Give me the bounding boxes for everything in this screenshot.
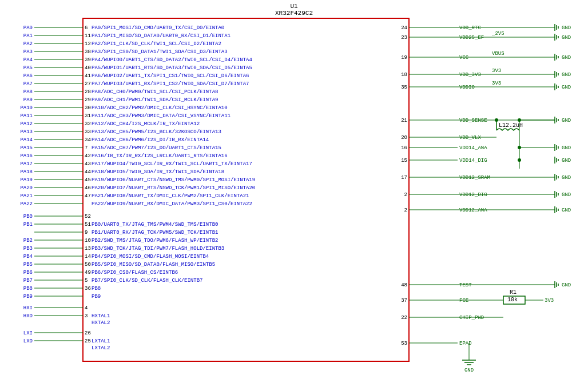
pin-pb3-label: PB3/SWD_TCK/JTAG_TDI/PWM7/FLASH_HOLD/EIN… — [92, 246, 224, 252]
pin-pa10-label: PA10/ADC_CH2/PWM2/DMIC_CLK/CSI_HSYNC/EIN… — [92, 105, 228, 111]
pin-pb0-num: 52 — [85, 214, 91, 220]
pin-lxo-name: LXO — [23, 338, 33, 344]
pin-hxo-name: HXO — [23, 313, 33, 319]
pin-pa16-label: PA16/IR_TX/IR_RX/I2S_LRCLK/UART1_RTS/EIN… — [92, 153, 228, 159]
pin-pa0-name: PA0 — [23, 25, 33, 31]
pin-lxi-name: LXI — [23, 330, 33, 336]
pin-pb4-num: 14 — [85, 254, 91, 260]
pin-chippwd-num: 22 — [401, 315, 407, 321]
pin-pb7-num: 5 — [85, 278, 88, 284]
gnd-vdd12dig: GND — [562, 192, 571, 198]
inductor-l1-body — [496, 129, 519, 130]
pin-pb9-label: PB9 — [92, 294, 101, 300]
pin-pa7-label: PA7/WUPIO3/UART1_RX/SPI1_CS2/TWI0_SDA/CS… — [92, 81, 249, 87]
net-vdd12dig: VDD12_DIG — [459, 192, 487, 198]
net-vdd12ana: VDD12_ANA — [459, 208, 487, 213]
pin-pa18-name: PA18 — [20, 169, 33, 175]
pin-vddrtc-num: 24 — [401, 25, 407, 31]
pin-pa2-num: 12 — [85, 41, 91, 47]
pin-vddvlx-num: 20 — [401, 135, 407, 141]
pin-pa10-num: 30 — [85, 105, 91, 111]
pin-pb9-name: PB9 — [23, 294, 33, 300]
net-vbus: VBUS — [492, 51, 504, 57]
pin-pb4-label: PB4/SPI0_MOSI/SD_CMD/FLASH_MOSI/EINTB4 — [92, 254, 209, 260]
pin-lxo-label: LXTAL1 — [92, 338, 110, 344]
pin-pb1-label: PB0/UART0_TX/JTAG_TMS/PWM4/SWD_TMS/EINTB… — [92, 222, 218, 228]
pin-test-num: 48 — [401, 282, 407, 288]
net-vdd14ana: VDD14_ANA — [459, 145, 487, 151]
pin-pb1b-label: PB1/UART0_RX/JTAG_TCK/PWM5/SWD_TCK/EINTB… — [92, 230, 218, 236]
net-vddsense: VDD_SENSE — [459, 118, 487, 123]
gnd-vdd14ana: GND — [562, 145, 571, 151]
net-vdd3v3: VDD_3V3 — [459, 72, 481, 78]
pin-pa1-num: 11 — [85, 33, 91, 39]
net-vddrtc: VDD_RTC — [459, 25, 481, 31]
pin-pa19-name: PA19 — [20, 177, 33, 183]
pin-pa13-name: PA13 — [20, 129, 33, 135]
pin-vdd12dig-num: 2 — [404, 192, 407, 198]
net-fce: FCE — [459, 298, 468, 304]
pin-pa7-num: 27 — [85, 81, 91, 87]
pin-pa21-num: 47 — [85, 193, 91, 199]
net-vdd12sram: VDD12_SRAM — [459, 175, 490, 181]
pin-pa6-name: PA6 — [23, 73, 33, 79]
pin-pa11-name: PA11 — [20, 113, 33, 119]
pin-pa18-num: 44 — [85, 169, 91, 175]
pin-pa4-num: 39 — [85, 57, 91, 63]
pin-pa16-name: PA16 — [20, 153, 33, 159]
pin-pa9-num: 29 — [85, 97, 91, 103]
pin-pa4-label: PA4/WUPIO0/UART1_CTS/SD_DATA2/TWI0_SCL/C… — [92, 57, 252, 63]
gnd-vdd12sram: GND — [562, 175, 571, 181]
net-vddvlx: VDD_VLX — [459, 135, 481, 141]
gnd-vddsense: GND — [562, 118, 571, 123]
pin-vdd25ef-num: 23 — [401, 35, 407, 41]
inductor-l1-ref: L1 — [499, 122, 506, 129]
pin-pb6-num: 49 — [85, 270, 91, 276]
pin-pa8-num: 28 — [85, 89, 91, 95]
pin-pa14-label: PA14/ADC_CH6/PWM6/I2S_DI/IR_RX/EINTA14 — [92, 137, 209, 143]
pin-pa11-label: PA11/ADC_CH3/PWM3/DMIC_DATA/CSI_VSYNC/EI… — [92, 113, 231, 119]
pin-lxo2-label: LXTAL2 — [92, 345, 110, 351]
pin-pa17-label: PA17/WUPIO4/TWI0_SCL/IR_RX/TWI1_SCL/UART… — [92, 161, 252, 167]
pin-pb7-name: PB7 — [23, 278, 33, 284]
pin-pb5-name: PB5 — [23, 262, 33, 268]
pin-pa9-label: PA9/ADC_CH1/PWM1/TWI1_SDA/CSI_MCLK/EINTA… — [92, 97, 218, 103]
pin-pb2-num: 10 — [85, 238, 91, 244]
pin-pb6-name: PB6 — [23, 270, 33, 276]
pin-pa9-name: PA9 — [23, 97, 33, 103]
pin-pa15-name: PA15 — [20, 145, 33, 151]
pin-pb6-label: PB6/SPI0_CS0/FLASH_CS/EINTB6 — [92, 270, 178, 276]
net-vcc: VCC — [459, 55, 469, 61]
net-vdd14dig: VDD14_DIG — [459, 158, 487, 163]
pin-pb5-num: 50 — [85, 262, 91, 268]
net-epad: EPAD — [459, 341, 472, 346]
pin-pa1-name: PA1 — [23, 33, 33, 39]
pin-pa22-name: PA22 — [20, 201, 33, 207]
pin-pa0-num: 6 — [85, 25, 88, 31]
pin-pa5-num: 40 — [85, 65, 91, 71]
pin-pa20-num: 46 — [85, 185, 91, 191]
pin-pb3-name: PB3 — [23, 246, 33, 252]
pin-pa18-label: PA18/WUPIO5/TWI0_SDA/IR_TX/TWI1_SDA/EINT… — [92, 169, 224, 175]
pin-pa15-num: 7 — [85, 145, 88, 151]
pin-pb4-name: PB4 — [23, 254, 33, 260]
pin-pb8-label: PB8 — [92, 286, 101, 292]
net-2v5: _2V5 — [491, 31, 504, 37]
pin-pa17-name: PA17 — [20, 161, 33, 167]
pin-vdd12sram-num: 17 — [401, 175, 407, 181]
pin-hxi-name: HXI — [23, 305, 33, 311]
schematic-view: U1 XR32F429C2 PA0 6 PA0/SPI1_MOSI/SD_CMD… — [0, 0, 588, 383]
net-3v3a: 3V3 — [492, 68, 501, 74]
pin-pb8-num: 36 — [85, 286, 91, 292]
gnd-vddrtc: GND — [562, 25, 571, 31]
gnd-vdd25ef: GND — [562, 35, 571, 41]
pin-pa13-num: 33 — [85, 129, 91, 135]
net-3v3-fce: 3V3 — [545, 298, 554, 304]
pin-pa12-label: PA12/ADC_CH4/I2S_MCLK/IR_TX/EINTA12 — [92, 121, 200, 127]
pin-pb1-num: 51 — [85, 222, 91, 228]
pin-vdd14dig-num: 15 — [401, 158, 407, 163]
pin-pb3-num: 13 — [85, 246, 91, 252]
resistor-r1-value: 10k — [507, 297, 518, 303]
pin-hxo-label: HXTAL1 — [92, 313, 110, 319]
net-3v3b: 3V3 — [492, 81, 501, 86]
